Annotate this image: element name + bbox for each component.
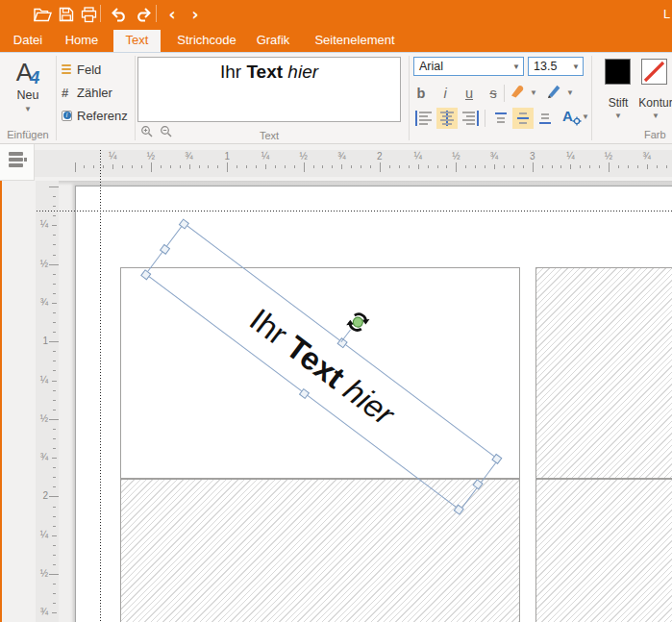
ribbon-border bbox=[0, 143, 672, 144]
bold-button[interactable]: b bbox=[411, 83, 431, 104]
strikethrough-button[interactable]: s bbox=[484, 83, 503, 104]
hruler-label: ¼ bbox=[410, 151, 427, 162]
font-size-select[interactable]: 13.5 ▼ bbox=[528, 57, 584, 76]
hruler-label: ¼ bbox=[104, 151, 121, 162]
canvas-top-shadow bbox=[59, 181, 672, 186]
align-right-icon bbox=[461, 111, 479, 126]
vruler-label: ¾ bbox=[36, 452, 48, 462]
align-center-icon bbox=[438, 111, 456, 126]
tab-strichcode[interactable]: Strichcode bbox=[173, 28, 240, 52]
new-text-button[interactable]: A4 Neu ▼ bbox=[0, 56, 56, 131]
valign-top-icon bbox=[493, 112, 509, 125]
hruler-label: ¾ bbox=[638, 151, 656, 162]
chevron-down-icon: ▼ bbox=[569, 62, 583, 71]
vruler-label: ¼ bbox=[36, 375, 48, 386]
ribbon-tab-bar: Datei Home Text Strichcode Grafik Seiten… bbox=[0, 28, 672, 52]
hruler-label: 2 bbox=[371, 151, 388, 162]
text-preview: Ihr Text hier bbox=[138, 58, 400, 83]
titlebar-separator bbox=[100, 5, 101, 22]
undo-icon bbox=[110, 7, 128, 22]
tab-datei[interactable]: Datei bbox=[10, 28, 46, 52]
hruler-label: 1 bbox=[218, 151, 236, 162]
vruler-label: ½ bbox=[36, 259, 48, 269]
vruler-label: ½ bbox=[36, 413, 48, 424]
tab-grafik[interactable]: Grafik bbox=[252, 28, 294, 52]
align-center-button[interactable] bbox=[436, 108, 458, 129]
titlebar: ‹ › L bbox=[0, 0, 672, 28]
ruler-corner-button[interactable] bbox=[0, 144, 35, 181]
font-size-value: 13.5 bbox=[529, 60, 569, 73]
vertical-guide-line[interactable] bbox=[100, 150, 101, 622]
hruler-label: ½ bbox=[600, 151, 617, 162]
open-button[interactable] bbox=[32, 5, 53, 24]
window-left-border bbox=[0, 144, 2, 622]
align-left-button[interactable] bbox=[413, 108, 435, 129]
kontur-color-swatch[interactable] bbox=[641, 59, 667, 85]
group-label-text: Text bbox=[137, 130, 401, 141]
application-window: ‹ › L Datei Home Text Strichcode Grafik … bbox=[0, 0, 672, 622]
new-text-icon: A4 bbox=[0, 58, 56, 87]
save-icon bbox=[59, 7, 74, 22]
counter-icon: # bbox=[62, 86, 72, 100]
italic-button[interactable]: i bbox=[436, 83, 455, 104]
text-preview-box[interactable]: Ihr Text hier bbox=[137, 57, 401, 122]
pen-icon bbox=[546, 83, 562, 99]
redo-icon bbox=[135, 7, 153, 22]
valign-bottom-icon bbox=[537, 112, 553, 125]
kontur-label: Kontur bbox=[636, 96, 672, 110]
new-button-label: Neu bbox=[0, 88, 56, 102]
red-diagonal-icon bbox=[642, 60, 666, 84]
zaehler-label: Zähler bbox=[77, 86, 112, 100]
feld-label: Feld bbox=[77, 62, 101, 77]
valign-middle-button[interactable] bbox=[512, 108, 534, 129]
vruler-label: 1 bbox=[36, 336, 48, 346]
gear-icon bbox=[572, 116, 582, 126]
nav-forward-button[interactable]: › bbox=[185, 5, 206, 24]
print-button[interactable] bbox=[78, 5, 99, 24]
valign-bottom-button[interactable] bbox=[535, 108, 556, 129]
chevron-left-icon: ‹ bbox=[168, 6, 175, 23]
save-button[interactable] bbox=[56, 5, 77, 24]
horizontal-guide-line[interactable] bbox=[37, 211, 672, 211]
stift-color-swatch[interactable] bbox=[605, 59, 631, 85]
undo-button[interactable] bbox=[108, 5, 129, 24]
valign-middle-icon bbox=[515, 112, 531, 125]
font-name-select[interactable]: Arial ▼ bbox=[413, 57, 524, 76]
referenz-label: Referenz bbox=[77, 109, 128, 123]
hruler-label: ¼ bbox=[257, 151, 274, 162]
open-folder-icon bbox=[34, 8, 52, 22]
redo-button[interactable] bbox=[133, 5, 154, 24]
vertical-ruler[interactable]: ¼½¾1¼½¾2¼½¾ bbox=[36, 181, 59, 622]
print-icon bbox=[81, 7, 97, 23]
valign-top-button[interactable] bbox=[490, 108, 511, 129]
underline-button[interactable]: u bbox=[460, 83, 479, 104]
stift-dropdown[interactable]: ▼ bbox=[614, 112, 622, 120]
hruler-label: ¾ bbox=[181, 151, 198, 162]
label-cell[interactable] bbox=[535, 479, 672, 622]
feld-button[interactable]: Feld bbox=[62, 62, 101, 77]
horizontal-ruler[interactable]: ¼½¾1¼½¾2¼½¾3¼½¾ bbox=[35, 150, 672, 177]
nav-back-button[interactable]: ‹ bbox=[162, 5, 183, 24]
chevron-down-icon: ▼ bbox=[0, 106, 56, 113]
titlebar-right-text[interactable]: L bbox=[663, 7, 670, 21]
stift-label: Stift bbox=[599, 96, 637, 110]
tab-seitenelement[interactable]: Seitenelement bbox=[310, 28, 400, 52]
zaehler-button[interactable]: # Zähler bbox=[62, 85, 112, 100]
hruler-label: ½ bbox=[295, 151, 312, 162]
hruler-label: ½ bbox=[142, 151, 160, 162]
text-effects-button[interactable]: A ▼ bbox=[562, 108, 587, 129]
hruler-label: 3 bbox=[524, 151, 541, 162]
highlight-color-button[interactable] bbox=[510, 83, 527, 102]
vruler-label: ¼ bbox=[36, 530, 48, 540]
tab-home[interactable]: Home bbox=[62, 28, 102, 52]
pen-color-dropdown[interactable]: ▼ bbox=[566, 89, 574, 97]
referenz-button[interactable]: i Referenz bbox=[62, 108, 128, 123]
tab-text[interactable]: Text bbox=[113, 30, 161, 52]
label-cell[interactable] bbox=[535, 267, 672, 479]
align-right-button[interactable] bbox=[460, 108, 481, 129]
kontur-dropdown[interactable]: ▼ bbox=[652, 112, 660, 120]
design-canvas[interactable]: Ihr Text hier bbox=[59, 181, 672, 622]
pen-color-button[interactable] bbox=[546, 83, 563, 102]
field-icon bbox=[62, 64, 72, 75]
highlight-color-dropdown[interactable]: ▼ bbox=[530, 89, 537, 97]
